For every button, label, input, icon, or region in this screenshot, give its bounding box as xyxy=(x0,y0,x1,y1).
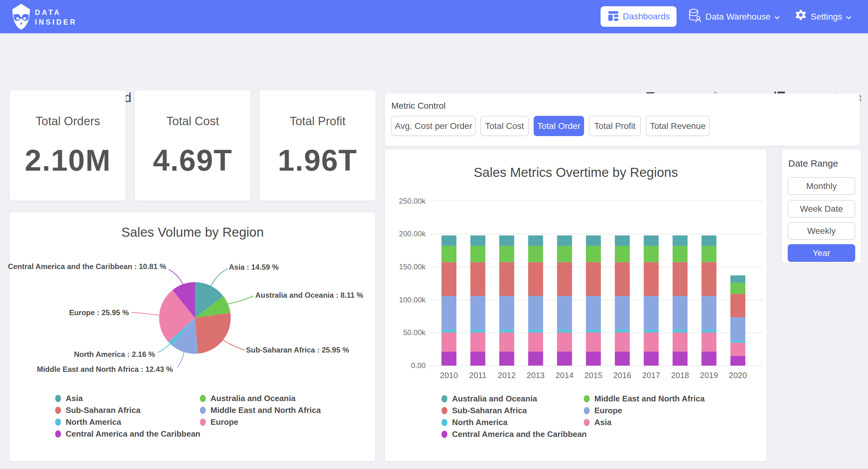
bar-segment[interactable] xyxy=(586,235,601,246)
bar-segment[interactable] xyxy=(702,296,716,329)
bar-segment[interactable] xyxy=(528,296,543,329)
nav-data-warehouse[interactable]: Data Warehouse xyxy=(689,0,780,33)
legend-item[interactable]: Middle East and North Africa xyxy=(584,394,705,403)
bar-segment[interactable] xyxy=(441,246,457,262)
bar-segment[interactable] xyxy=(673,246,687,262)
bar-segment[interactable] xyxy=(470,330,485,332)
bar-segment[interactable] xyxy=(731,294,745,317)
bar-segment[interactable] xyxy=(528,332,543,352)
bar-segment[interactable] xyxy=(441,235,457,246)
bar-segment[interactable] xyxy=(702,330,716,332)
legend-item[interactable]: Central America and the Caribbean xyxy=(55,430,200,438)
bar-segment[interactable] xyxy=(499,296,514,329)
bar-segment[interactable] xyxy=(528,246,543,262)
nav-dashboards-button[interactable]: Dashboards xyxy=(600,6,677,27)
legend-item[interactable]: Australia and Oceania xyxy=(200,394,321,403)
legend-item[interactable]: Europe xyxy=(584,406,705,415)
bar-segment[interactable] xyxy=(644,235,659,246)
bar-segment[interactable] xyxy=(499,352,514,365)
bar-segment[interactable] xyxy=(731,356,745,365)
date-range-monthly[interactable]: Monthly xyxy=(788,177,855,195)
bar-segment[interactable] xyxy=(470,246,485,262)
bar-segment[interactable] xyxy=(499,246,514,262)
bar-segment[interactable] xyxy=(470,352,485,365)
legend-item[interactable]: Sub-Saharan Africa xyxy=(55,406,200,415)
bar-segment[interactable] xyxy=(557,330,572,332)
bar-segment[interactable] xyxy=(557,235,572,246)
bar-segment[interactable] xyxy=(470,296,485,329)
nav-settings[interactable]: Settings xyxy=(795,0,851,33)
bar-segment[interactable] xyxy=(499,235,514,246)
bar-segment[interactable] xyxy=(615,235,630,246)
bar-segment[interactable] xyxy=(702,262,716,296)
bar-segment[interactable] xyxy=(673,330,687,332)
legend-item[interactable]: Australia and Oceania xyxy=(441,394,587,403)
bar-segment[interactable] xyxy=(557,262,572,296)
date-range-week-date[interactable]: Week Date xyxy=(788,200,855,218)
bar-segment[interactable] xyxy=(441,330,457,332)
bar-segment[interactable] xyxy=(702,332,716,352)
metric-button-total-cost[interactable]: Total Cost xyxy=(480,116,529,136)
bar-segment[interactable] xyxy=(615,352,630,365)
metric-button-avg-cost-per-order[interactable]: Avg. Cost per Order xyxy=(391,116,476,136)
bar-segment[interactable] xyxy=(673,296,687,329)
app-logo[interactable]: DATA INSIDER xyxy=(11,3,77,31)
date-range-weekly[interactable]: Weekly xyxy=(788,222,855,240)
legend-item[interactable]: Asia xyxy=(584,418,705,427)
bar-segment[interactable] xyxy=(673,332,687,352)
metric-button-total-profit[interactable]: Total Profit xyxy=(589,116,641,136)
bar-segment[interactable] xyxy=(731,283,745,294)
legend-item[interactable]: North America xyxy=(55,418,200,427)
pie-slice[interactable] xyxy=(195,313,231,353)
bar-segment[interactable] xyxy=(615,296,630,329)
bar-segment[interactable] xyxy=(644,296,659,329)
bar-segment[interactable] xyxy=(731,343,745,356)
bar-segment[interactable] xyxy=(441,332,457,352)
bar-segment[interactable] xyxy=(644,262,659,296)
legend-item[interactable]: Sub-Saharan Africa xyxy=(441,406,587,415)
bar-segment[interactable] xyxy=(731,317,745,341)
legend-item[interactable]: North America xyxy=(441,418,587,427)
bar-segment[interactable] xyxy=(557,352,572,365)
bar-segment[interactable] xyxy=(702,235,716,246)
date-range-year[interactable]: Year xyxy=(788,244,855,262)
bar-segment[interactable] xyxy=(499,330,514,332)
bar-segment[interactable] xyxy=(470,262,485,296)
bar-segment[interactable] xyxy=(470,235,485,246)
legend-item[interactable]: Europe xyxy=(200,418,321,427)
bar-segment[interactable] xyxy=(615,330,630,332)
metric-button-total-order[interactable]: Total Order xyxy=(534,116,584,136)
bar-segment[interactable] xyxy=(615,332,630,352)
bar-segment[interactable] xyxy=(702,246,716,262)
metric-button-total-revenue[interactable]: Total Revenue xyxy=(646,116,710,136)
bar-segment[interactable] xyxy=(586,296,601,329)
bar-segment[interactable] xyxy=(441,296,457,329)
bar-segment[interactable] xyxy=(499,332,514,352)
bar-segment[interactable] xyxy=(586,246,601,262)
bar-segment[interactable] xyxy=(528,235,543,246)
bar-segment[interactable] xyxy=(673,352,687,365)
bar-segment[interactable] xyxy=(586,262,601,296)
bar-segment[interactable] xyxy=(644,352,659,365)
bar-segment[interactable] xyxy=(441,352,457,365)
legend-item[interactable]: Middle East and North Africa xyxy=(200,406,321,415)
bar-segment[interactable] xyxy=(557,332,572,352)
bar-segment[interactable] xyxy=(528,330,543,332)
bar-segment[interactable] xyxy=(702,352,716,365)
legend-item[interactable]: Asia xyxy=(55,394,200,403)
bar-segment[interactable] xyxy=(586,352,601,365)
bar-segment[interactable] xyxy=(528,262,543,296)
bar-segment[interactable] xyxy=(586,330,601,332)
bar-segment[interactable] xyxy=(557,246,572,262)
bar-segment[interactable] xyxy=(673,235,687,246)
bar-segment[interactable] xyxy=(673,262,687,296)
bar-segment[interactable] xyxy=(644,330,659,332)
bar-segment[interactable] xyxy=(499,262,514,296)
bar-segment[interactable] xyxy=(731,275,745,283)
bar-segment[interactable] xyxy=(557,296,572,329)
bar-segment[interactable] xyxy=(731,341,745,343)
bar-segment[interactable] xyxy=(615,246,630,262)
bar-segment[interactable] xyxy=(528,352,543,365)
bar-segment[interactable] xyxy=(615,262,630,296)
bar-segment[interactable] xyxy=(644,332,659,352)
